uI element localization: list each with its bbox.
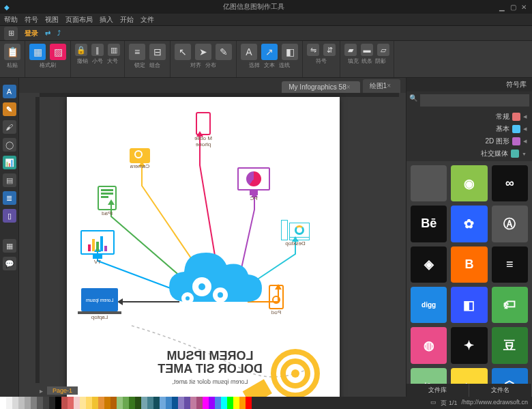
icon-douban[interactable]: 豆 xyxy=(492,327,528,363)
icon-behance[interactable]: Bē xyxy=(411,206,447,242)
brush-icon[interactable]: ▦ xyxy=(29,44,46,60)
link-icon[interactable]: ⇄ xyxy=(45,29,50,37)
swatch[interactable] xyxy=(68,397,74,409)
icon-infinity[interactable]: ∞ xyxy=(492,165,528,201)
zoom-icon[interactable]: ▭ xyxy=(430,399,437,408)
text-icon[interactable]: A xyxy=(241,44,257,60)
maximize-button[interactable]: ▢ xyxy=(509,3,517,11)
add-page-icon[interactable]: ▸ xyxy=(40,387,43,395)
group-icon[interactable]: ▥ xyxy=(108,44,120,56)
swatch[interactable] xyxy=(0,397,6,409)
footer-tab-name[interactable]: 文件名 xyxy=(469,384,532,397)
swatch[interactable] xyxy=(25,397,31,409)
shape-icon[interactable]: ◧ xyxy=(282,44,298,60)
swatch[interactable] xyxy=(86,397,92,409)
swatch[interactable] xyxy=(117,397,123,409)
tool-brush[interactable]: 🖌 xyxy=(3,120,16,134)
icon-codepen[interactable]: ◈ xyxy=(411,246,447,283)
swatch[interactable] xyxy=(43,397,49,409)
tab-infographics[interactable]: ×My Infographics 58 xyxy=(282,81,359,93)
menu-file[interactable]: 文件 xyxy=(141,15,154,25)
icon-baidu[interactable]: ✿ xyxy=(451,206,487,242)
menu-start[interactable]: 开始 xyxy=(120,15,134,25)
swatch[interactable] xyxy=(166,397,172,409)
icon-delicious[interactable]: ◧ xyxy=(451,287,487,323)
cat-2d[interactable]: 2D 图形◀ xyxy=(407,135,532,147)
minimize-button[interactable]: ▁ xyxy=(498,3,506,11)
pause-icon[interactable]: ‖ xyxy=(91,44,104,56)
swatch[interactable] xyxy=(153,397,160,409)
tab-drawing1[interactable]: ×绘图1 xyxy=(363,79,400,93)
edit-icon[interactable]: ✎ xyxy=(216,44,232,60)
tool-shape[interactable]: ◯ xyxy=(3,138,16,152)
brush2-icon[interactable]: ▨ xyxy=(50,44,66,60)
tool-doc[interactable]: ▯ xyxy=(3,209,16,223)
search-input[interactable] xyxy=(420,94,529,107)
cat-general[interactable]: 常规◀ xyxy=(407,111,532,123)
close-icon[interactable]: × xyxy=(346,83,351,91)
icon-tag[interactable]: 🏷 xyxy=(492,287,528,323)
swatch[interactable] xyxy=(178,397,184,409)
swatch[interactable] xyxy=(160,397,166,409)
swatch[interactable] xyxy=(6,397,12,409)
swatch[interactable] xyxy=(37,397,43,409)
swatch[interactable] xyxy=(104,397,110,409)
footer-tab-lib[interactable]: 文件库 xyxy=(407,384,469,397)
swatch[interactable] xyxy=(196,397,203,409)
swatch[interactable] xyxy=(110,397,117,409)
cursor-icon[interactable]: ➤ xyxy=(195,44,211,60)
cat-basic[interactable]: 基本◀ xyxy=(407,123,532,135)
swatch[interactable] xyxy=(61,397,68,409)
swatch[interactable] xyxy=(135,397,141,409)
swatch[interactable] xyxy=(215,397,221,409)
icon-appstore[interactable]: Ⓐ xyxy=(492,206,528,242)
paste-icon[interactable]: 📋 xyxy=(4,44,20,60)
shadow-icon[interactable]: ▱ xyxy=(377,44,389,56)
select-icon[interactable]: ↖ xyxy=(175,44,191,60)
grid-icon[interactable]: ⊞ xyxy=(4,27,18,40)
icon-apple[interactable] xyxy=(411,165,447,201)
line-icon[interactable]: ▬ xyxy=(361,44,373,56)
icon-buffer[interactable]: ≡ xyxy=(492,246,528,283)
canvas-page[interactable]: M obile phone Camera iPad xyxy=(67,97,340,397)
swatch[interactable] xyxy=(239,397,246,409)
swatch[interactable] xyxy=(141,397,147,409)
cat-social[interactable]: 社交媒体▼ xyxy=(407,147,532,160)
swatch[interactable] xyxy=(31,397,37,409)
tool-chart[interactable]: 📊 xyxy=(3,156,16,169)
swatch[interactable] xyxy=(49,397,55,409)
flip-h-icon[interactable]: ⇋ xyxy=(307,44,319,56)
swatch[interactable] xyxy=(18,397,25,409)
swatch[interactable] xyxy=(129,397,135,409)
share-icon[interactable]: ⤴ xyxy=(57,29,61,37)
swatch[interactable] xyxy=(227,397,233,409)
icon-dribbble[interactable]: ◍ xyxy=(411,327,447,363)
menu-view[interactable]: 视图 xyxy=(45,15,59,25)
swatch[interactable] xyxy=(246,397,252,409)
icon-deviantart[interactable]: ✦ xyxy=(451,327,487,363)
flip-v-icon[interactable]: ⇵ xyxy=(323,44,336,56)
swatch[interactable] xyxy=(74,397,80,409)
swatch[interactable] xyxy=(172,397,178,409)
close-button[interactable]: ✕ xyxy=(520,3,528,11)
swatch[interactable] xyxy=(12,397,18,409)
swatch[interactable] xyxy=(123,397,129,409)
menu-symbol[interactable]: 符号 xyxy=(25,15,38,25)
icon-blogger[interactable]: B xyxy=(451,246,487,283)
tool-list[interactable]: ≣ xyxy=(3,191,16,205)
dist-icon[interactable]: ⊟ xyxy=(149,44,166,60)
tool-comment[interactable]: 💬 xyxy=(3,257,16,270)
tool-pencil[interactable]: ✎ xyxy=(3,102,16,116)
menu-help[interactable]: 帮助 xyxy=(4,15,18,25)
swatch[interactable] xyxy=(209,397,215,409)
swatch[interactable] xyxy=(80,397,86,409)
tool-text[interactable]: A xyxy=(3,85,16,98)
swatch[interactable] xyxy=(147,397,153,409)
swatch[interactable] xyxy=(190,397,196,409)
fill-icon[interactable]: ▰ xyxy=(344,44,357,56)
menu-layout[interactable]: 页面布局 xyxy=(65,15,93,25)
connector-icon[interactable]: ↗ xyxy=(261,44,278,60)
icon-android[interactable]: ◉ xyxy=(451,165,487,201)
search-icon[interactable]: 🔍 xyxy=(409,94,417,107)
lock-icon[interactable]: 🔒 xyxy=(75,44,87,56)
